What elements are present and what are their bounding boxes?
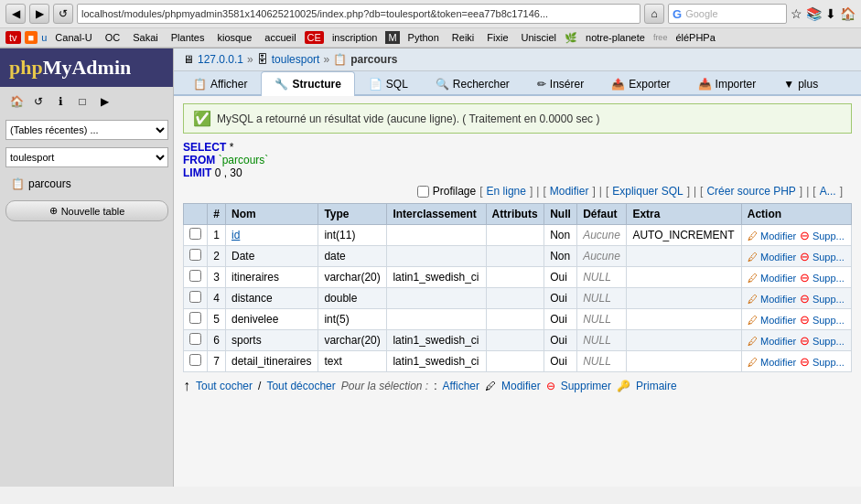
breadcrumb-server[interactable]: 127.0.0.1 — [198, 53, 243, 66]
modifier-link[interactable]: Modifier — [760, 231, 796, 241]
new-table-button[interactable]: ⊕ Nouvelle table — [5, 200, 168, 221]
edit-icon: 🖊 — [748, 336, 758, 347]
bookmark-tv[interactable]: tv — [5, 31, 21, 44]
th-extra[interactable]: Extra — [627, 204, 741, 225]
suppr-link[interactable]: Supp... — [813, 252, 845, 263]
modifier-link[interactable]: Modifier — [760, 357, 796, 368]
refresh-button[interactable]: ↺ — [53, 4, 73, 24]
console-sidebar-icon[interactable]: □ — [73, 92, 91, 111]
bookmark-oc[interactable]: OC — [101, 31, 125, 44]
field-link[interactable]: id — [231, 229, 240, 241]
th-type[interactable]: Type — [318, 204, 387, 225]
bookmark-plantes[interactable]: Plantes — [167, 31, 210, 44]
suppr-link[interactable]: Supp... — [813, 336, 845, 347]
action-afficher[interactable]: Afficher — [443, 380, 479, 392]
action-modifier[interactable]: Modifier — [501, 380, 541, 392]
search-box[interactable]: G Google — [668, 4, 787, 24]
action-primaire[interactable]: Primaire — [636, 380, 677, 392]
profilage-more[interactable]: A... — [820, 185, 836, 198]
th-null[interactable]: Null — [544, 204, 577, 225]
tab-sql[interactable]: 📄 SQL — [355, 71, 422, 96]
bookmark-notre-planete[interactable]: notre-planete — [581, 31, 650, 44]
bookmark-reiki[interactable]: Reiki — [447, 31, 479, 44]
home-button[interactable]: ⌂ — [644, 4, 664, 24]
modifier-link[interactable]: Modifier — [760, 315, 796, 326]
bookmark-inscription[interactable]: inscription — [328, 31, 382, 44]
row-defaut: Aucune — [577, 246, 627, 267]
row-checkbox[interactable] — [189, 333, 201, 345]
row-checkbox[interactable] — [189, 228, 201, 240]
th-defaut[interactable]: Défaut — [577, 204, 627, 225]
refresh-sidebar-icon[interactable]: ↺ — [29, 92, 48, 111]
check-all-link[interactable]: Tout cocher — [196, 380, 253, 392]
bookmark-np-icon[interactable]: 🌿 — [565, 32, 577, 44]
forward-button[interactable]: ▶ — [29, 4, 49, 24]
uncheck-all-link[interactable]: Tout décocher — [266, 380, 335, 392]
database-select[interactable]: toulesport — [5, 147, 168, 167]
suppr-link[interactable]: Supp... — [813, 357, 845, 368]
profilage-en-ligne[interactable]: En ligne — [487, 185, 526, 198]
tab-afficher[interactable]: 📋 Afficher — [179, 71, 261, 96]
back-button[interactable]: ◀ — [5, 4, 26, 24]
bookmark-star[interactable]: ☆ — [791, 6, 802, 21]
row-checkbox[interactable] — [189, 354, 201, 366]
modifier-link[interactable]: Modifier — [760, 294, 796, 305]
sidebar-table-parcours[interactable]: 📋 parcours — [5, 175, 167, 193]
row-attributs — [486, 288, 544, 309]
bookmark-free[interactable]: free — [653, 33, 668, 42]
bookmark-icon[interactable]: 📚 — [806, 6, 822, 21]
suppr-link[interactable]: Supp... — [813, 231, 845, 241]
row-type: double — [318, 288, 387, 309]
th-attributs[interactable]: Attributs — [486, 204, 544, 225]
th-action: Action — [741, 204, 851, 225]
tab-plus[interactable]: ▼ plus — [770, 71, 832, 96]
tab-inserer[interactable]: ✏ Insérer — [523, 71, 597, 96]
tab-rechercher[interactable]: 🔍 Rechercher — [422, 71, 523, 96]
profilage-creer-source[interactable]: Créer source PHP — [706, 185, 795, 198]
inserer-icon: ✏ — [537, 78, 546, 91]
bookmark-elephpa[interactable]: éléPHPa — [671, 31, 719, 44]
url-input[interactable]: localhost/modules/phpmyadmin3581x1406252… — [77, 4, 640, 24]
home-sidebar-icon[interactable]: 🏠 — [7, 92, 26, 111]
suppr-link[interactable]: Supp... — [813, 273, 845, 284]
recent-tables-select[interactable]: (Tables récentes) ... — [5, 120, 168, 140]
table-icon: 📋 — [11, 177, 25, 190]
action-supprimer[interactable]: Supprimer — [561, 380, 611, 392]
th-nom[interactable]: Nom — [226, 204, 318, 225]
row-action: 🖊 Modifier ⊖ Supp... — [741, 246, 851, 267]
profilage-checkbox[interactable] — [417, 186, 429, 198]
home-icon[interactable]: 🏠 — [840, 6, 856, 21]
modifier-link[interactable]: Modifier — [760, 273, 796, 284]
profilage-expliquer[interactable]: Expliquer SQL — [612, 185, 683, 198]
bookmark-kiosque[interactable]: kiosque — [212, 31, 256, 44]
info-sidebar-icon[interactable]: ℹ — [51, 92, 70, 111]
bookmark-ce-icon[interactable]: CE — [305, 31, 324, 44]
row-checkbox[interactable] — [189, 270, 201, 282]
breadcrumb-database[interactable]: toulesport — [272, 53, 320, 66]
bookmark-sakai[interactable]: Sakai — [128, 31, 163, 44]
modifier-link[interactable]: Modifier — [760, 336, 796, 347]
modifier-link[interactable]: Modifier — [760, 252, 796, 263]
bookmark-orange[interactable]: ■ — [25, 31, 38, 44]
tab-importer[interactable]: 📥 Importer — [684, 71, 770, 96]
tab-exporter[interactable]: 📤 Exporter — [597, 71, 683, 96]
bookmark-fixie[interactable]: Fixie — [482, 31, 512, 44]
bookmark-python[interactable]: Python — [404, 31, 444, 44]
bookmark-unisciel[interactable]: Unisciel — [517, 31, 562, 44]
sql-from-keyword: FROM — [183, 154, 215, 166]
tab-structure[interactable]: 🔧 Structure — [261, 71, 354, 96]
profilage-modifier[interactable]: Modifier — [550, 185, 589, 198]
bookmark-m[interactable]: M — [385, 31, 399, 44]
row-checkbox[interactable] — [189, 291, 201, 303]
bookmark-accueil[interactable]: accueil — [260, 31, 300, 44]
suppr-link[interactable]: Supp... — [813, 294, 845, 305]
row-checkbox[interactable] — [189, 249, 201, 261]
bookmark-canal-u[interactable]: Canal-U — [50, 31, 96, 44]
address-bar: ◀ ▶ ↺ localhost/modules/phpmyadmin3581x1… — [0, 0, 861, 28]
play-sidebar-icon[interactable]: ▶ — [95, 92, 113, 111]
suppr-link[interactable]: Supp... — [813, 315, 845, 326]
th-interclassement[interactable]: Interclassement — [387, 204, 486, 225]
row-checkbox[interactable] — [189, 312, 201, 324]
download-icon[interactable]: ⬇ — [825, 6, 836, 21]
bookmark-u[interactable]: u — [41, 32, 47, 43]
